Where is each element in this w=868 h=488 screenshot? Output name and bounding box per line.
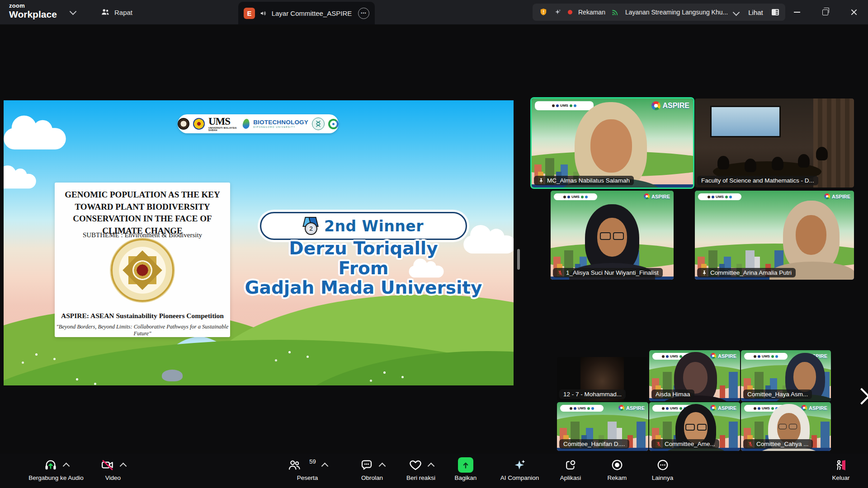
apps-icon xyxy=(564,458,577,472)
tab-options-ellipsis-icon[interactable] xyxy=(358,8,369,19)
logos-pill-icon: UMS xyxy=(560,405,604,412)
participants-button[interactable]: 59 Peserta xyxy=(278,456,337,481)
share-screen-label: Bagikan xyxy=(455,474,477,481)
video-tile-aisda[interactable]: UMS ASPIRE Aisda Himaa xyxy=(649,350,740,401)
video-tile-haya[interactable]: UMS ASPIRE Comittee_Haya Asm... xyxy=(741,350,831,401)
tab-meeting[interactable]: Rapat xyxy=(100,5,132,19)
stage-scroll-handle[interactable] xyxy=(517,249,520,270)
slide-logos-banner: UMS UNIVERSITI MALAYSIA SABAH BIOTECHNOL… xyxy=(178,114,339,133)
plant-decoration xyxy=(288,351,291,353)
minimize-icon xyxy=(794,12,800,13)
restore-button[interactable] xyxy=(811,0,840,24)
winner-from: From xyxy=(196,258,514,278)
participant-video xyxy=(695,99,854,188)
close-icon xyxy=(850,9,858,16)
join-audio-label: Bergabung ke Audio xyxy=(28,474,84,481)
medal-number: 2 xyxy=(305,222,317,235)
plant-decoration xyxy=(76,378,78,380)
logos-pill-icon: UMS xyxy=(535,101,594,110)
participant-name: MC_Almas Nabilatus Salamah xyxy=(547,177,630,184)
green-ring-logo-icon xyxy=(328,119,339,129)
share-screen-button[interactable]: Bagikan xyxy=(445,456,486,481)
record-label: Rekam xyxy=(608,474,627,481)
video-tile-arina[interactable]: UMS ASPIRE Committee_Arina Amalia Putri xyxy=(695,191,854,280)
chat-button[interactable]: Obrolan xyxy=(347,456,397,481)
minimize-button[interactable] xyxy=(783,0,811,24)
record-icon xyxy=(610,458,624,472)
ai-sparkle-icon xyxy=(513,458,527,472)
participant-name-tag: Comittee_Haya Asm... xyxy=(743,389,812,399)
reactions-chevron-up-icon[interactable] xyxy=(427,462,434,469)
more-button[interactable]: Lainnya xyxy=(641,456,684,481)
recording-label: Rekaman xyxy=(578,9,605,16)
ai-companion-status-icon[interactable] xyxy=(554,8,562,16)
university-seal-icon xyxy=(178,118,189,130)
ums-logo-text: UMS xyxy=(208,116,239,127)
view-button-label[interactable]: Lihat xyxy=(748,9,763,16)
participants-chevron-up-icon[interactable] xyxy=(321,462,328,469)
video-chevron-up-icon[interactable] xyxy=(119,462,127,469)
leave-button[interactable]: Keluar xyxy=(823,456,859,481)
participant-name: 12 - 7 - Mohammad... xyxy=(563,391,622,398)
app-badge: E xyxy=(244,8,255,19)
competition-tagline: "Beyond Borders, Beyond Limits: Collabor… xyxy=(55,324,230,337)
aspire-ring-icon xyxy=(651,101,660,110)
aspire-logo: ASPIRE xyxy=(801,405,827,411)
video-tile-hanifan[interactable]: UMS ASPIRE Comittee_Hanifan D.... xyxy=(557,402,648,451)
logos-pill-icon: UMS xyxy=(698,193,741,200)
ai-companion-button[interactable]: AI Companion xyxy=(489,456,550,481)
tab-shared-screen[interactable]: E Layar Committee_ASPIRE 202 xyxy=(238,2,375,24)
tab-meeting-label: Rapat xyxy=(114,9,132,16)
reactions-button[interactable]: Beri reaksi xyxy=(392,456,450,481)
video-tile-ame[interactable]: UMS ASPIRE Committee_Ame... xyxy=(649,402,740,451)
participant-name-tag: Committee_Arina Amalia Putri xyxy=(697,268,796,277)
gallery-next-page-chevron[interactable] xyxy=(854,388,868,405)
video-button[interactable]: Video xyxy=(84,456,142,481)
people-icon xyxy=(100,7,110,17)
apps-button[interactable]: Aplikasi xyxy=(548,456,593,481)
title-bar: zoom Workplace Rapat E Layar Committee_A… xyxy=(0,0,868,24)
aspire-ring-icon xyxy=(710,405,716,411)
participants-label: Peserta xyxy=(297,474,318,481)
winner-university: Gadjah Mada University xyxy=(196,278,514,298)
chat-chevron-up-icon[interactable] xyxy=(378,462,386,469)
video-tile-faculty[interactable]: Faculty of Science and Mathematics - D..… xyxy=(695,99,854,188)
view-layout-icon[interactable] xyxy=(772,9,779,15)
logos-pill-icon: UMS xyxy=(554,193,597,200)
zoom-workplace-logo: zoom Workplace xyxy=(9,3,57,19)
dna-badge-icon xyxy=(312,117,325,130)
live-stream-label[interactable]: Layanan Streaming Langsung Khu... xyxy=(625,9,728,16)
cloud-decoration xyxy=(4,128,66,150)
heart-icon xyxy=(409,458,422,472)
aspire-ring-icon xyxy=(824,193,830,199)
participant-name-tag: 1_Alisya Suci Nur Wiyanti_Finalist xyxy=(553,268,663,277)
security-shield-icon[interactable] xyxy=(539,8,548,17)
video-tile-cahya[interactable]: UMS ASPIRE Comittee_Cahya ... xyxy=(741,402,831,451)
video-tile-mc[interactable]: UMS ASPIRE MC_Almas Nabilatus Salamah xyxy=(532,99,693,188)
silver-medal-icon: 2 xyxy=(303,217,318,235)
video-off-icon xyxy=(101,458,114,472)
plant-decoration xyxy=(35,353,38,356)
audio-chevron-up-icon[interactable] xyxy=(62,462,70,469)
winner-announcement: Derzu Toriqally From Gadjah Mada Univers… xyxy=(196,239,514,298)
close-button[interactable] xyxy=(840,0,868,24)
tab-shared-screen-title: Layar Committee_ASPIRE 202 xyxy=(272,9,354,17)
aspire-logo: ASPIRE xyxy=(710,405,736,411)
award-label: 2nd Winner xyxy=(324,217,424,235)
biotech-flame-icon xyxy=(242,118,250,129)
aspire-logo: ASPIRE xyxy=(618,405,645,411)
participant-name-tag: MC_Almas Nabilatus Salamah xyxy=(534,176,634,185)
aspire-ring-icon xyxy=(710,353,716,359)
leave-label: Keluar xyxy=(832,474,849,481)
participant-count: 59 xyxy=(309,458,316,465)
workspace-chevron-down-icon[interactable] xyxy=(70,8,77,15)
more-label: Lainnya xyxy=(652,474,673,481)
headphones-icon xyxy=(44,458,57,472)
participant-name: Comittee_Haya Asm... xyxy=(747,391,808,398)
stream-chevron-down-icon[interactable] xyxy=(733,9,740,16)
video-tile-mohammad[interactable]: 12 - 7 - Mohammad... xyxy=(557,357,647,401)
record-button[interactable]: Rekam xyxy=(597,456,637,481)
video-tile-alisya[interactable]: UMS ASPIRE 1_Alisya Suci Nur Wiyanti_Fin… xyxy=(551,191,674,280)
muted-mic-icon xyxy=(557,270,563,276)
meeting-status-controls: Rekaman Layanan Streaming Langsung Khu..… xyxy=(533,4,785,21)
